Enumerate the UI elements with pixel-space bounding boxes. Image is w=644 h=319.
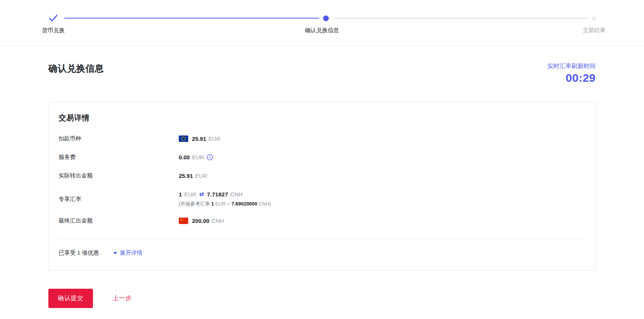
- fee-currency-code: EUR: [192, 154, 204, 160]
- rate-from-amount: 1: [179, 191, 182, 198]
- card-title: 交易详情: [59, 113, 585, 123]
- confirm-submit-button[interactable]: 确认提交: [48, 289, 93, 308]
- eu-flag-icon: [179, 135, 188, 142]
- row-actual-transfer-out: 实际转出金额 25.91 EUR: [59, 172, 585, 179]
- payout-currency-code: CNH: [212, 218, 224, 224]
- expand-details-label: 展开详情: [120, 249, 142, 257]
- step-upcoming-circle: [592, 17, 596, 20]
- info-icon[interactable]: [207, 154, 213, 160]
- row-label: 实际转出金额: [59, 172, 179, 179]
- reference-to-amount: 7.69020000: [231, 201, 257, 207]
- step-label-currency-exchange: 货币兑换: [42, 27, 65, 34]
- reference-suffix: CNH): [259, 201, 271, 207]
- market-reference-rate: (市场参考汇率 1 EUR = 7.69020000 CNH): [179, 201, 271, 207]
- payout-amount: 200.00: [192, 218, 209, 224]
- stepper-line-completed: [64, 18, 319, 19]
- transfer-out-amount: 25.91: [179, 173, 193, 179]
- step-label-result: 交易结果: [583, 27, 605, 34]
- row-label: 专享汇率: [59, 196, 179, 203]
- cn-flag-icon: [179, 218, 188, 224]
- rate-to-amount: 7.71827: [207, 191, 228, 198]
- row-exclusive-rate: 专享汇率 1 EUR ⇄ 7.71827 CNH (市场参考汇率 1 EUR =…: [59, 191, 585, 207]
- rate-timer-label: 实时汇率刷新时间: [547, 62, 596, 70]
- reference-equals-sign: =: [227, 201, 230, 207]
- reference-prefix: (市场参考汇率: [179, 201, 210, 207]
- row-label: 最终汇出金额: [59, 217, 179, 224]
- step-label-confirm-info: 确认兑换信息: [305, 27, 339, 34]
- page-title: 确认兑换信息: [48, 62, 104, 75]
- exchange-arrows-icon: ⇄: [199, 191, 204, 198]
- step-completed-check-icon: [48, 14, 58, 22]
- row-final-payout: 最终汇出金额 200.00 CNH: [59, 217, 585, 224]
- row-label: 扣款币种: [59, 135, 179, 142]
- reference-from-amount: 1: [211, 201, 214, 207]
- transaction-details-card: 交易详情 扣款币种: [48, 102, 596, 271]
- card-divider: [59, 239, 585, 239]
- promo-count-text: 已享受 1 项优惠: [59, 249, 99, 257]
- chevron-down-icon: [113, 252, 117, 254]
- rate-to-currency: CNH: [230, 191, 243, 198]
- row-label: 服务费: [59, 154, 179, 161]
- rate-from-currency: EUR: [184, 191, 197, 198]
- reference-from-currency: EUR: [215, 201, 226, 207]
- fee-amount: 0.00: [179, 154, 190, 160]
- rate-refresh-timer: 实时汇率刷新时间 00:29: [547, 62, 596, 84]
- expand-details-link[interactable]: 展开详情: [113, 249, 142, 257]
- row-service-fee: 服务费 0.00 EUR: [59, 154, 585, 161]
- debit-amount: 25.91: [192, 135, 206, 142]
- row-debit-currency: 扣款币种 25.91: [59, 135, 585, 142]
- stepper-line-upcoming: [333, 18, 588, 19]
- debit-currency-code: EUR: [209, 135, 221, 142]
- rate-timer-countdown: 00:29: [547, 72, 596, 84]
- previous-step-button[interactable]: 上一步: [113, 294, 132, 302]
- stepper-header: 货币兑换 确认兑换信息 交易结果: [0, 0, 644, 46]
- step-current-dot: [323, 16, 329, 21]
- transfer-out-currency-code: EUR: [195, 173, 207, 179]
- promo-row: 已享受 1 项优惠 展开详情: [59, 249, 585, 257]
- progress-stepper: 货币兑换 确认兑换信息 交易结果: [48, 14, 596, 34]
